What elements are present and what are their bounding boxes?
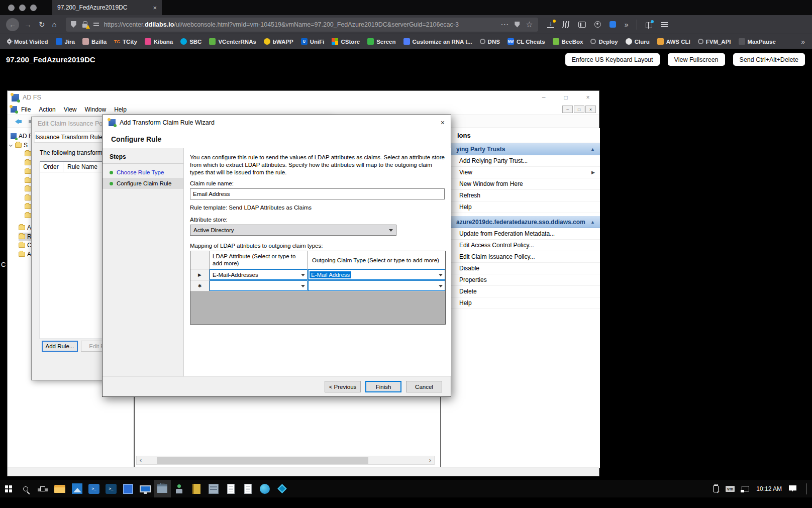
clock[interactable]: 10:12 AM <box>756 485 782 492</box>
action-edit-claim-issuance-policy[interactable]: Edit Claim Issuance Policy... <box>441 251 600 263</box>
reload-button[interactable]: ↻ <box>39 20 45 29</box>
action-properties[interactable]: Properties <box>441 274 600 286</box>
action-help[interactable]: Help <box>441 201 600 213</box>
console-back-icon[interactable] <box>13 119 22 124</box>
bookmark-most-visited[interactable]: Most Visited <box>7 39 48 45</box>
tree-item[interactable] <box>25 150 31 158</box>
attribute-store-select[interactable]: Active Directory <box>190 225 396 236</box>
network-icon[interactable] <box>742 486 749 491</box>
usb-tray-icon[interactable] <box>713 485 719 492</box>
bookmark-customize-an-rna-t[interactable]: Customize an RNA t... <box>403 38 472 45</box>
actions-group-azure2019dc-federatedazure-sso-ddiaws-com[interactable]: azure2019dc.federatedazure.sso.ddiaws.co… <box>441 216 600 228</box>
tree-item[interactable] <box>25 185 31 193</box>
vmware-tools-icon[interactable]: vm <box>726 486 735 492</box>
enforce-us-keyboard-layout-button[interactable]: Enforce US Keyboard Layout <box>565 53 660 66</box>
bookmark-vcenterrnas[interactable]: VCenterRNAs <box>209 38 256 45</box>
computer-management[interactable] <box>137 480 154 497</box>
account-icon[interactable] <box>594 21 601 28</box>
bookmarks-overflow-icon[interactable]: » <box>801 38 805 46</box>
outgoing-claim-cell[interactable]: E-Mail Address <box>308 269 445 280</box>
ldap-attribute-cell[interactable]: E-Mail-Addresses <box>210 269 308 280</box>
start-button[interactable] <box>0 480 17 497</box>
overflow-chevrons-icon[interactable]: » <box>625 21 629 29</box>
chevron-down-icon[interactable] <box>298 282 307 289</box>
mapping-grid[interactable]: LDAP Attribute (Select or type to add mo… <box>190 251 446 325</box>
mmc-maximize-button[interactable]: □ <box>555 94 577 101</box>
claim-rule-name-input[interactable]: Email Address <box>190 188 445 199</box>
file-explorer[interactable] <box>51 480 68 497</box>
bookmark-deploy[interactable]: Deploy <box>590 39 618 45</box>
menu-action[interactable]: Action <box>35 106 59 113</box>
library-icon[interactable] <box>562 21 570 28</box>
bookmark-bzilla[interactable]: Bzilla <box>82 38 107 45</box>
tree-item[interactable] <box>25 202 31 211</box>
scroll-right-icon[interactable]: › <box>426 457 434 464</box>
bookmark-cluru[interactable]: Cluru <box>626 38 650 45</box>
menu-file[interactable]: File <box>17 106 35 113</box>
action-view[interactable]: View▶ <box>441 167 600 178</box>
tree-item-a[interactable]: A <box>19 250 31 258</box>
action-edit-access-control-policy[interactable]: Edit Access Control Policy... <box>441 240 600 251</box>
bookmark-cl-cheats[interactable]: NWCL Cheats <box>508 38 545 45</box>
mdi-close-button[interactable]: × <box>585 106 596 113</box>
minimize-window-button[interactable] <box>19 5 26 11</box>
tree-item[interactable] <box>25 212 31 220</box>
tree-item[interactable] <box>25 194 31 202</box>
mmc-close-button[interactable]: × <box>577 94 599 101</box>
tree-item-r[interactable]: R <box>19 233 32 241</box>
extension-icon[interactable] <box>610 21 616 28</box>
ldap-attribute-select[interactable]: E-Mail-Addresses <box>210 269 308 280</box>
outgoing-claim-select[interactable] <box>308 280 445 291</box>
bookmark-dns[interactable]: DNS <box>480 39 500 45</box>
powershell-ise[interactable]: >_ <box>103 480 120 497</box>
address-book[interactable] <box>188 480 205 497</box>
tree-expand-icon[interactable] <box>9 143 13 147</box>
collapse-icon[interactable]: ▲ <box>590 147 595 152</box>
policy-shield-icon[interactable] <box>515 22 520 28</box>
finish-button[interactable]: Finish <box>365 381 401 392</box>
bookmark-kibana[interactable]: Kibana <box>145 38 173 45</box>
bookmark-fvm-api[interactable]: FVM_API <box>698 39 731 45</box>
bookmark-tcity[interactable]: TCTCity <box>114 38 137 45</box>
bookmark-cstore[interactable]: CStore <box>332 38 360 45</box>
bookmark-bwapp[interactable]: bWAPP <box>264 38 293 45</box>
tree-item[interactable] <box>25 176 31 184</box>
ldap-attribute-cell[interactable] <box>210 280 308 291</box>
show-desktop-button[interactable] <box>806 483 807 494</box>
close-tab-icon[interactable]: × <box>149 4 157 12</box>
outgoing-claim-select[interactable]: E-Mail Address <box>308 269 445 280</box>
action-refresh[interactable]: Refresh <box>441 190 600 201</box>
search-button[interactable] <box>17 480 34 497</box>
scroll-left-icon[interactable]: ‹ <box>137 457 145 464</box>
scrollbar-thumb[interactable] <box>157 457 368 464</box>
tree-item[interactable] <box>25 159 31 167</box>
bookmark-star-icon[interactable]: ☆ <box>526 20 533 29</box>
wizard-titlebar[interactable]: Add Transform Claim Rule Wizard × <box>103 115 451 130</box>
wizard-close-icon[interactable]: × <box>441 119 445 127</box>
notepad-doc[interactable] <box>222 480 239 497</box>
url-bar[interactable]: https://vcenter. ddilabs.io /ui/webconso… <box>66 18 538 32</box>
previous-button[interactable]: < Previous <box>325 381 361 392</box>
permissions-icon[interactable] <box>93 23 99 26</box>
mmc-minimize-button[interactable]: – <box>533 94 555 101</box>
photos-app[interactable] <box>68 480 85 497</box>
server-config[interactable] <box>205 480 222 497</box>
home-button[interactable]: ⌂ <box>52 20 57 29</box>
bookmark-maxpause[interactable]: MaxPause <box>739 38 776 45</box>
browser-globe-app[interactable] <box>256 480 273 497</box>
ad-users-tool[interactable] <box>171 480 188 497</box>
tracking-shield-icon[interactable] <box>71 21 76 28</box>
cancel-button[interactable]: Cancel <box>406 381 442 392</box>
bookmark-sbc[interactable]: SBC <box>180 38 201 45</box>
mdi-minimize-button[interactable]: – <box>562 106 573 113</box>
mmc-titlebar[interactable]: AD FS – □ × <box>8 91 599 104</box>
bookmark-unifi[interactable]: UUniFi <box>301 38 325 45</box>
menu-view[interactable]: View <box>60 106 81 113</box>
action-center-icon[interactable] <box>789 485 796 492</box>
chevron-down-icon[interactable] <box>386 227 396 234</box>
mdi-restore-button[interactable]: □ <box>574 106 584 113</box>
wordpad-doc[interactable] <box>239 480 256 497</box>
zoom-window-button[interactable] <box>30 5 37 11</box>
page-actions-dots-icon[interactable]: ⋯ <box>500 20 509 29</box>
bookmark-jira[interactable]: Jira <box>56 38 75 45</box>
